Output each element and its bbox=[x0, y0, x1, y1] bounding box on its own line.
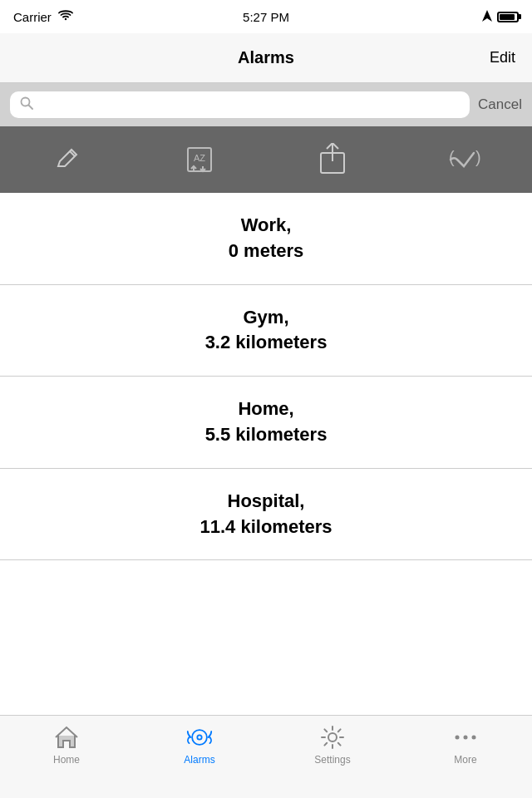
settings-icon bbox=[319, 724, 346, 751]
search-bar: Cancel bbox=[0, 83, 532, 126]
cancel-button[interactable]: Cancel bbox=[478, 96, 522, 113]
location-text: Home, 5.5 kilometers bbox=[205, 397, 328, 448]
tab-settings[interactable]: Settings bbox=[266, 724, 399, 766]
edit-button[interactable]: Edit bbox=[490, 49, 515, 66]
svg-point-7 bbox=[192, 730, 207, 745]
svg-text:): ) bbox=[475, 148, 481, 166]
location-text: Hospital, 11.4 kilometers bbox=[200, 489, 332, 540]
nav-title: Alarms bbox=[238, 48, 294, 67]
tab-settings-label: Settings bbox=[314, 754, 350, 766]
list-item[interactable]: Hospital, 11.4 kilometers bbox=[0, 469, 532, 561]
tab-bar: Home Alarms Settings bbox=[0, 715, 532, 798]
main-content: Cancel AZ bbox=[0, 83, 532, 715]
svg-point-11 bbox=[464, 736, 468, 740]
location-text: Work, 0 meters bbox=[229, 213, 304, 264]
status-right bbox=[482, 10, 519, 24]
search-icon bbox=[20, 96, 33, 113]
toolbar: AZ ( ) bbox=[0, 126, 532, 193]
battery-icon bbox=[497, 12, 519, 22]
tab-more[interactable]: More bbox=[399, 724, 532, 766]
status-left: Carrier bbox=[13, 10, 73, 24]
toolbar-sort-button[interactable]: AZ bbox=[175, 135, 224, 185]
svg-point-12 bbox=[472, 736, 476, 740]
home-icon bbox=[53, 724, 80, 751]
tab-home-label: Home bbox=[53, 754, 80, 766]
svg-line-1 bbox=[29, 106, 33, 110]
tab-more-label: More bbox=[454, 754, 476, 766]
tab-alarms-label: Alarms bbox=[184, 754, 214, 766]
svg-text:AZ: AZ bbox=[194, 153, 205, 163]
nav-bar: Alarms Edit bbox=[0, 33, 532, 83]
toolbar-select-button[interactable]: ( ) bbox=[441, 135, 490, 185]
list-item[interactable]: Work, 0 meters bbox=[0, 193, 532, 285]
list-item[interactable]: Home, 5.5 kilometers bbox=[0, 377, 532, 469]
alarms-icon bbox=[186, 724, 213, 751]
svg-text:(: ( bbox=[449, 148, 455, 166]
toolbar-pencil-button[interactable] bbox=[42, 135, 91, 185]
svg-point-8 bbox=[197, 735, 201, 739]
location-list: Work, 0 meters Gym, 3.2 kilometers Home,… bbox=[0, 193, 532, 715]
location-text: Gym, 3.2 kilometers bbox=[205, 305, 328, 357]
list-item[interactable]: Gym, 3.2 kilometers bbox=[0, 285, 532, 377]
status-bar: Carrier 5:27 PM bbox=[0, 0, 532, 33]
status-time: 5:27 PM bbox=[243, 10, 289, 24]
search-input-container[interactable] bbox=[10, 91, 470, 118]
tab-alarms[interactable]: Alarms bbox=[133, 724, 266, 766]
location-icon bbox=[482, 10, 492, 24]
search-input[interactable] bbox=[40, 97, 460, 112]
svg-point-9 bbox=[328, 733, 337, 741]
wifi-icon bbox=[58, 10, 73, 24]
tab-home[interactable]: Home bbox=[0, 724, 133, 766]
toolbar-share-button[interactable] bbox=[308, 135, 357, 185]
carrier-label: Carrier bbox=[13, 10, 52, 24]
svg-point-10 bbox=[456, 736, 460, 740]
more-icon bbox=[452, 724, 479, 751]
